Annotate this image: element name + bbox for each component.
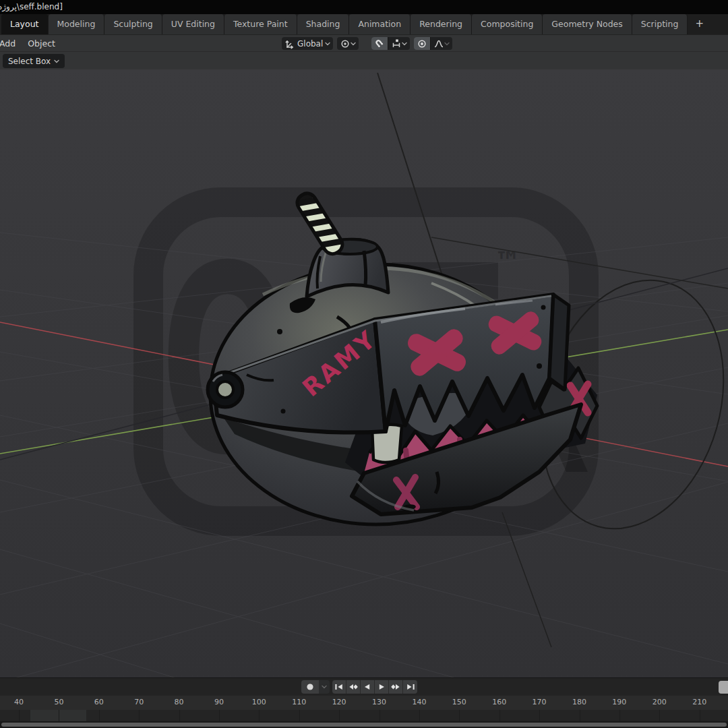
timeline-header <box>0 677 728 696</box>
frame-tick-lines <box>19 710 728 721</box>
magnet-icon <box>374 38 385 49</box>
frame-number[interactable]: 60 <box>79 696 119 709</box>
play-button[interactable] <box>375 680 389 694</box>
proportional-editing-toggle[interactable] <box>414 37 430 50</box>
snapping-widget <box>371 37 410 50</box>
blender-window: پروژه\seff.blend] LayoutModelingSculptin… <box>0 0 728 728</box>
viewport-header: AddObject Global <box>0 34 728 51</box>
falloff-curve-icon <box>433 38 444 49</box>
menu-item[interactable]: Object <box>22 35 61 52</box>
auto-keying-button[interactable] <box>301 680 319 694</box>
snap-settings-dropdown[interactable] <box>388 37 410 50</box>
frame-number[interactable]: 90 <box>199 696 239 709</box>
falloff-dropdown[interactable] <box>430 37 452 50</box>
workspace-tab[interactable]: Compositing <box>472 14 543 34</box>
chevron-down-icon <box>444 42 450 46</box>
workspace-tabs: LayoutModelingSculptingUV EditingTexture… <box>1 14 688 34</box>
jump-to-end-button[interactable] <box>403 680 417 694</box>
workspace-tab[interactable]: Layout <box>1 14 49 34</box>
timeline-scrollbar[interactable] <box>1 723 727 727</box>
frame-number[interactable]: 120 <box>319 696 359 709</box>
active-tool-label: Select Box <box>8 57 54 66</box>
timeline-scrollbar-track <box>0 721 728 728</box>
proportional-editing-widget <box>414 37 452 50</box>
frame-number[interactable]: 140 <box>399 696 439 709</box>
workspace-tab[interactable]: Shading <box>297 14 350 34</box>
chevron-down-icon <box>402 42 407 46</box>
frame-number[interactable]: 160 <box>479 696 519 709</box>
bomb-model[interactable]: RAMY <box>208 189 597 524</box>
pivot-point-icon <box>340 38 351 49</box>
frame-number[interactable]: 210 <box>679 696 719 709</box>
timeline-ruler[interactable]: 4050607080901001101201301401501601701801… <box>0 696 728 710</box>
workspace-tabbar: LayoutModelingSculptingUV EditingTexture… <box>0 14 728 34</box>
snap-increment-icon <box>391 38 402 49</box>
tool-header: Select Box <box>0 51 728 69</box>
jump-to-prev-keyframe-button[interactable] <box>346 680 361 694</box>
chevron-down-icon <box>351 42 356 46</box>
orientation-label: Global <box>295 39 325 49</box>
frame-numbers: 4050607080901001101201301401501601701801… <box>0 696 719 709</box>
proportional-editing-icon <box>417 38 427 49</box>
snap-toggle-button[interactable] <box>371 37 388 50</box>
frame-number[interactable]: 200 <box>640 696 679 709</box>
current-frame-field[interactable] <box>719 681 728 694</box>
auto-keying-dropdown[interactable] <box>319 680 330 694</box>
jump-to-next-keyframe-button[interactable] <box>389 680 403 694</box>
frame-number[interactable]: 40 <box>0 696 39 709</box>
jump-to-start-button[interactable] <box>332 680 346 694</box>
chevron-down-icon <box>325 42 330 46</box>
menu-item[interactable]: Add <box>0 35 22 52</box>
frame-number[interactable]: 180 <box>559 696 599 709</box>
frame-number[interactable]: 150 <box>439 696 479 709</box>
frame-number[interactable]: 50 <box>39 696 79 709</box>
pivot-point-dropdown[interactable] <box>337 37 359 50</box>
chevron-down-icon <box>54 59 59 63</box>
timeline-channels[interactable] <box>0 710 728 721</box>
workspace-tab[interactable]: Rendering <box>411 14 472 34</box>
workspace-tab[interactable]: Animation <box>349 14 411 34</box>
chevron-down-icon <box>322 685 327 689</box>
frame-number[interactable]: 130 <box>359 696 399 709</box>
frame-number[interactable]: 80 <box>159 696 199 709</box>
frame-number[interactable]: 170 <box>519 696 559 709</box>
workspace-tab[interactable]: Texture Paint <box>224 14 297 34</box>
workspace-tab[interactable]: Sculpting <box>104 14 162 34</box>
frame-number[interactable]: 70 <box>119 696 158 709</box>
frame-number[interactable]: 110 <box>279 696 319 709</box>
transform-orientation-dropdown[interactable]: Global <box>282 37 333 50</box>
viewport-menus: AddObject <box>0 35 61 52</box>
viewport-3d[interactable]: OCT ™ R <box>0 69 728 677</box>
window-titlebar: پروژه\seff.blend] <box>0 0 728 14</box>
record-dot-icon <box>305 682 315 692</box>
viewport-scene: RAMY <box>0 69 728 677</box>
active-tool-dropdown[interactable]: Select Box <box>3 54 65 68</box>
workspace-tab[interactable]: Modeling <box>49 14 105 34</box>
orientation-axes-icon <box>284 38 295 49</box>
workspace-tab[interactable]: UV Editing <box>162 14 224 34</box>
trap-ring <box>208 372 243 407</box>
frame-number[interactable]: 190 <box>599 696 639 709</box>
playback-controls <box>332 680 417 694</box>
add-workspace-button[interactable]: + <box>688 14 711 34</box>
workspace-tab[interactable]: Geometry Nodes <box>543 14 632 34</box>
window-title: پروژه\seff.blend] <box>0 0 63 14</box>
frame-number[interactable]: 100 <box>239 696 279 709</box>
play-reverse-button[interactable] <box>361 680 375 694</box>
workspace-tab[interactable]: Scripting <box>632 14 688 34</box>
